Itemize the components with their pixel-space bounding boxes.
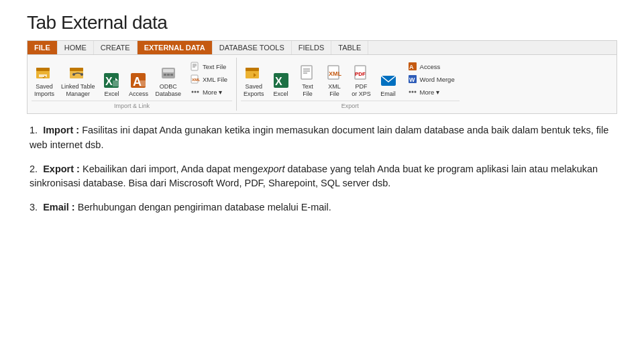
svg-rect-16 bbox=[167, 74, 170, 76]
linked-table-label: Linked TableManager bbox=[61, 83, 95, 98]
more-import-label: More ▾ bbox=[203, 88, 222, 96]
saved-imports-label: SavedImports bbox=[34, 83, 54, 98]
ribbon-item-access-export[interactable]: A Access bbox=[405, 60, 457, 72]
content-point-2: 2. Export : Kebailikan dari import, Anda… bbox=[30, 162, 614, 192]
ribbon-item-email-export[interactable]: Email bbox=[376, 69, 401, 99]
svg-point-24 bbox=[191, 91, 193, 93]
svg-point-25 bbox=[194, 91, 196, 93]
svg-text:PDF: PDF bbox=[355, 71, 366, 77]
svg-rect-31 bbox=[301, 66, 312, 79]
point-2-number: 2. bbox=[30, 164, 43, 174]
ribbon-item-xml-export[interactable]: XML XMLFile bbox=[322, 62, 347, 99]
xml-export-label: XMLFile bbox=[328, 83, 341, 98]
ribbon-item-text-file[interactable]: Text File bbox=[188, 60, 229, 72]
access-export-icon: A bbox=[407, 61, 418, 72]
text-file-label: Text File bbox=[203, 63, 226, 70]
ribbon-tabs: FILE HOME CREATE EXTERNAL DATA DATABASE … bbox=[28, 41, 616, 55]
ribbon-item-access-import[interactable]: A Access bbox=[125, 69, 151, 99]
saved-imports-icon bbox=[34, 63, 54, 83]
excel-export-icon: X bbox=[271, 70, 291, 90]
xml-export-icon: XML bbox=[325, 63, 345, 83]
export-small-group: A Access W Wo bbox=[402, 59, 460, 99]
ribbon-group-import-link: SavedImports Linked Tabl bbox=[28, 58, 237, 111]
svg-point-26 bbox=[197, 91, 199, 93]
word-merge-label: Word Merge bbox=[420, 76, 455, 83]
point-2-text-before: Kebailikan dari import, Anda dapat meng bbox=[80, 164, 258, 174]
svg-text:XML: XML bbox=[329, 70, 342, 77]
svg-rect-2 bbox=[39, 74, 47, 77]
email-export-icon bbox=[378, 70, 398, 90]
export-items: SavedExports X Excel bbox=[241, 59, 460, 99]
excel-import-icon: X bbox=[101, 70, 121, 90]
svg-rect-12 bbox=[140, 80, 146, 86]
svg-point-5 bbox=[72, 73, 75, 76]
point-2-text-italic: export bbox=[258, 164, 284, 174]
tab-database-tools[interactable]: DATABASE TOOLS bbox=[213, 41, 292, 54]
ribbon-item-linked-table[interactable]: Linked TableManager bbox=[58, 62, 97, 99]
ribbon-group-export: SavedExports X Excel bbox=[237, 58, 464, 111]
tab-fields[interactable]: FIELDS bbox=[292, 41, 332, 54]
access-import-icon: A bbox=[128, 70, 148, 90]
point-2-label: Export : bbox=[43, 164, 80, 174]
word-merge-icon: W bbox=[407, 74, 418, 84]
svg-text:XML: XML bbox=[192, 78, 200, 82]
pdf-export-label: PDFor XPS bbox=[352, 83, 371, 98]
text-file-icon bbox=[190, 61, 201, 72]
xml-file-icon: XML bbox=[190, 74, 201, 84]
page-container: Tab External data FILE HOME CREATE EXTER… bbox=[0, 0, 644, 362]
more-export-icon bbox=[407, 86, 418, 97]
linked-table-icon bbox=[68, 63, 88, 83]
svg-rect-28 bbox=[246, 68, 259, 71]
ribbon-item-odbc[interactable]: ODBCDatabase bbox=[152, 62, 184, 99]
xml-file-label: XML File bbox=[203, 76, 227, 83]
tab-external-data[interactable]: EXTERNAL DATA bbox=[138, 41, 213, 54]
svg-point-44 bbox=[409, 91, 411, 93]
ribbon-item-text-export[interactable]: TextFile bbox=[295, 62, 321, 99]
odbc-icon bbox=[158, 63, 178, 83]
import-small-group: Text File XML XML File bbox=[185, 59, 232, 99]
excel-export-label: Excel bbox=[274, 90, 288, 98]
svg-rect-15 bbox=[164, 74, 166, 76]
ribbon-item-word-merge[interactable]: W Word Merge bbox=[405, 73, 457, 85]
ribbon-content: SavedImports Linked Tabl bbox=[28, 55, 616, 113]
import-link-items: SavedImports Linked Tabl bbox=[32, 59, 232, 99]
ribbon-item-pdf-export[interactable]: PDF PDFor XPS bbox=[349, 62, 374, 99]
ribbon-item-excel-export[interactable]: X Excel bbox=[268, 69, 294, 99]
excel-import-label: Excel bbox=[104, 90, 119, 98]
page-title: Tab External data bbox=[27, 12, 617, 34]
content-area: 1. Import : Fasilitas ini dapat Anda gun… bbox=[27, 123, 617, 215]
tab-create[interactable]: CREATE bbox=[94, 41, 138, 54]
text-export-label: TextFile bbox=[302, 83, 313, 98]
ribbon-item-more-export[interactable]: More ▾ bbox=[405, 86, 457, 98]
svg-rect-17 bbox=[170, 74, 173, 76]
pdf-export-icon: PDF bbox=[352, 63, 372, 83]
ribbon-item-xml-file[interactable]: XML XML File bbox=[188, 73, 229, 85]
svg-rect-4 bbox=[70, 68, 83, 71]
email-export-label: Email bbox=[380, 90, 396, 98]
ribbon-item-excel-import[interactable]: X Excel bbox=[99, 69, 124, 99]
saved-exports-icon bbox=[244, 63, 264, 83]
svg-text:A: A bbox=[409, 64, 414, 70]
content-point-3: 3. Email : Berhubungan dengan pengiriman… bbox=[30, 200, 614, 215]
svg-point-46 bbox=[414, 91, 416, 93]
svg-text:W: W bbox=[409, 76, 415, 83]
tab-home[interactable]: HOME bbox=[58, 41, 94, 54]
more-import-icon bbox=[190, 86, 201, 97]
svg-rect-18 bbox=[191, 62, 198, 70]
access-export-label: Access bbox=[420, 63, 441, 70]
svg-rect-1 bbox=[36, 68, 50, 71]
ribbon-item-saved-imports[interactable]: SavedImports bbox=[32, 62, 57, 99]
svg-point-45 bbox=[411, 91, 413, 93]
ribbon-item-more-import[interactable]: More ▾ bbox=[188, 86, 229, 98]
point-1-text: Fasilitas ini dapat Anda gunakan ketika … bbox=[30, 125, 608, 150]
point-3-label: Email : bbox=[43, 202, 75, 213]
ribbon-item-saved-exports[interactable]: SavedExports bbox=[241, 62, 267, 99]
more-export-label: More ▾ bbox=[420, 88, 439, 96]
tab-file[interactable]: FILE bbox=[28, 41, 58, 54]
svg-rect-14 bbox=[163, 69, 174, 72]
tab-table[interactable]: TABLE bbox=[331, 41, 368, 54]
export-group-label: Export bbox=[241, 101, 460, 109]
ribbon: FILE HOME CREATE EXTERNAL DATA DATABASE … bbox=[27, 40, 617, 114]
content-point-1: 1. Import : Fasilitas ini dapat Anda gun… bbox=[30, 123, 614, 153]
access-import-label: Access bbox=[129, 90, 148, 98]
